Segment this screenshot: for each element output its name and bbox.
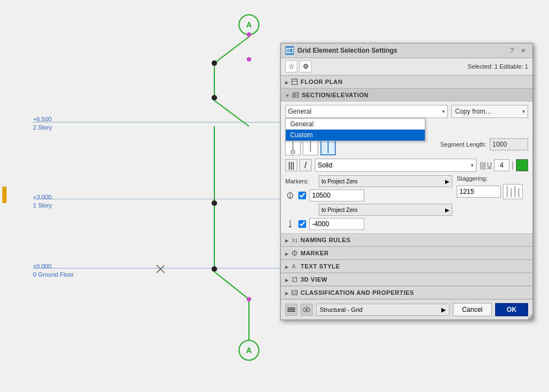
svg-text:A: A — [246, 20, 252, 29]
staggering-label: Staggering: — [457, 175, 487, 182]
markers-header: Markers: to Project Zero ▶ — [285, 175, 452, 187]
dialog-controls: ? × — [510, 46, 528, 55]
svg-point-6 — [212, 95, 217, 100]
pen-icon-1[interactable]: ||| — [285, 159, 297, 171]
segment-length-input[interactable] — [490, 138, 528, 150]
layer-dropdown[interactable]: Structural - Grid ▶ — [316, 304, 450, 316]
elevation-line-1 — [33, 122, 286, 122]
svg-rect-50 — [292, 290, 297, 295]
svg-rect-23 — [292, 79, 297, 85]
svg-rect-54 — [287, 309, 295, 310]
layer-icon[interactable] — [285, 304, 297, 316]
general-select-wrapper[interactable]: General General Custom — [285, 105, 448, 118]
svg-point-10 — [212, 200, 217, 206]
svg-line-13 — [214, 272, 249, 299]
staggering-input[interactable] — [457, 186, 501, 198]
layer-dropdown-wrapper: Structural - Grid ▶ — [316, 304, 450, 316]
marker-checkbox-2[interactable] — [298, 220, 306, 228]
favorite-icon[interactable]: ☆ — [285, 60, 297, 72]
pen-icon-2[interactable]: / — [300, 159, 312, 171]
text-style-icon: A — [291, 262, 298, 270]
pen-weight-input[interactable] — [494, 159, 509, 171]
marker-checkbox-1[interactable] — [298, 192, 306, 199]
marker-label: MARKER — [301, 250, 329, 256]
copy-from-select[interactable]: Copy from... — [451, 105, 528, 118]
svg-marker-37 — [289, 226, 292, 228]
eye-icon[interactable] — [301, 304, 313, 316]
marker-chevron — [285, 250, 289, 256]
section-elevation-header[interactable]: SECTION/ELEVATION — [281, 88, 533, 102]
line-weight-icons: ||| U — [480, 161, 492, 170]
weight-icon-2: U — [487, 161, 492, 169]
general-select[interactable]: General — [285, 105, 448, 118]
svg-line-16 — [157, 265, 164, 273]
dialog: Grid Element Selection Settings ? × ☆ ⚙ … — [280, 43, 533, 320]
weight-icon-1: ||| — [480, 161, 486, 170]
section-floor-plan[interactable]: FLOOR PLAN — [281, 75, 533, 88]
to-project-zero-1[interactable]: to Project Zero ▶ — [319, 175, 452, 187]
svg-rect-55 — [287, 311, 295, 312]
color-swatch[interactable] — [516, 159, 528, 171]
cancel-button[interactable]: Cancel — [453, 303, 492, 316]
classification-icon — [291, 289, 298, 296]
dialog-toolbar: ☆ ⚙ Selected: 1 Editable: 1 — [281, 58, 533, 75]
section-text-style[interactable]: A TEXT STYLE — [281, 260, 533, 273]
classification-chevron — [285, 290, 289, 296]
marker-value-1[interactable] — [309, 189, 364, 201]
staggering-input-row — [457, 184, 523, 199]
general-dropdown-row: General General Custom Copy from... — [285, 105, 528, 118]
marker-value-2[interactable] — [309, 218, 364, 230]
svg-line-17 — [157, 265, 164, 273]
section-3d-view[interactable]: 3D VIEW — [281, 273, 533, 286]
general-option[interactable]: General — [286, 119, 425, 130]
to-project-zero-2-wrapper: to Project Zero ▶ — [319, 204, 452, 216]
copy-from-wrapper[interactable]: Copy from... — [451, 105, 528, 118]
solid-select-wrapper[interactable]: Solid — [315, 159, 476, 172]
line-style-row: ||| / Solid ||| U | — [285, 159, 528, 172]
svg-point-30 — [291, 150, 295, 154]
marker-row-1 — [285, 189, 452, 201]
section-elevation-icon — [292, 91, 300, 99]
svg-rect-46 — [293, 278, 297, 282]
svg-text:A: A — [246, 346, 252, 355]
markers-label: Markers: — [285, 178, 315, 184]
elevation-label-2: +3.000 1 Story — [33, 193, 52, 210]
right-line-controls: ||| U | — [480, 159, 528, 171]
classification-label: CLASSIFICATION AND PROPERTIES — [301, 289, 414, 296]
separator: | — [512, 160, 514, 170]
general-dropdown-popup: General Custom — [285, 118, 425, 141]
3d-view-label: 3D VIEW — [301, 276, 328, 283]
naming-rules-label: NAMING RULES — [301, 237, 351, 243]
close-button[interactable]: × — [518, 46, 528, 55]
custom-option[interactable]: Custom — [286, 130, 425, 141]
segment-length-group: Segment Length: — [440, 138, 528, 150]
settings-icon[interactable]: ⚙ — [300, 60, 312, 72]
dialog-bottom: Structural - Grid ▶ Cancel OK — [281, 299, 533, 320]
marker-icon-1 — [285, 191, 295, 200]
section-naming-rules[interactable]: X1 NAMING RULES — [281, 233, 533, 247]
section-elevation-label: SECTION/ELEVATION — [302, 92, 369, 98]
svg-point-0 — [239, 15, 259, 35]
svg-point-4 — [212, 60, 217, 66]
ok-button[interactable]: OK — [495, 303, 528, 316]
solid-select[interactable]: Solid — [315, 159, 476, 172]
to-project-zero-2[interactable]: to Project Zero ▶ — [319, 204, 452, 216]
svg-line-3 — [214, 37, 249, 63]
floor-plan-chevron — [285, 79, 289, 85]
svg-point-8 — [247, 57, 251, 61]
svg-point-12 — [212, 266, 217, 272]
text-style-label: TEXT STYLE — [301, 263, 340, 270]
stagger-pattern-icon[interactable] — [503, 184, 523, 199]
section-marker[interactable]: MARKER — [281, 247, 533, 260]
3d-view-chevron — [285, 277, 289, 283]
section-classification[interactable]: CLASSIFICATION AND PROPERTIES — [281, 286, 533, 299]
line-pen-icons: ||| / — [285, 159, 312, 171]
segment-length-label: Segment Length: — [440, 141, 486, 148]
markers-staggering: Markers: to Project Zero ▶ — [285, 175, 528, 230]
help-button[interactable]: ? — [510, 47, 514, 54]
marker-row-2 — [285, 218, 452, 230]
svg-point-18 — [239, 340, 259, 360]
3d-view-icon — [291, 276, 298, 283]
dialog-title-text: Grid Element Selection Settings — [297, 47, 397, 54]
resize-handle[interactable] — [527, 314, 533, 320]
